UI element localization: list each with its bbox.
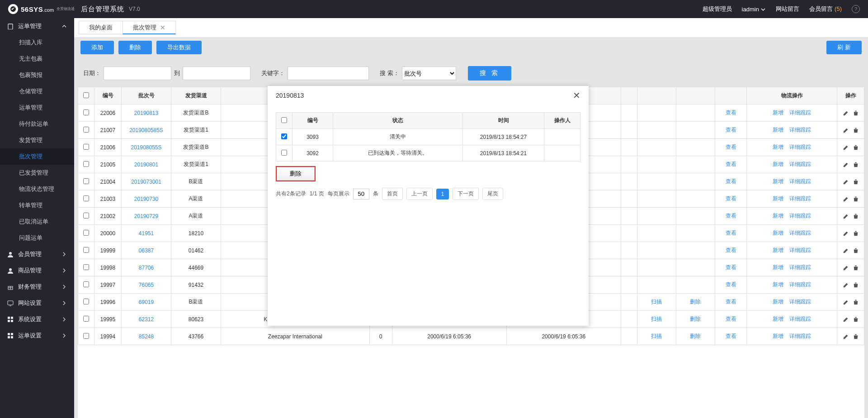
system-name: 后台管理系统	[81, 5, 124, 14]
site-msg-link[interactable]: 网站留言	[776, 5, 799, 13]
brand: 56SYS.com	[21, 5, 54, 13]
logo: 56SYS.com 全景物流通	[8, 4, 75, 14]
role-label: 超级管理员	[703, 5, 732, 13]
member-msg-link[interactable]: 会员留言 (5)	[809, 5, 842, 13]
help-icon[interactable]: ?	[852, 5, 860, 13]
user-menu[interactable]: iadmin	[742, 6, 766, 13]
topbar: 56SYS.com 全景物流通 后台管理系统 V7.0 超级管理员 iadmin…	[0, 0, 868, 18]
logo-icon	[8, 4, 18, 14]
brand-sub: 全景物流通	[57, 7, 75, 11]
version: V7.0	[129, 6, 140, 12]
